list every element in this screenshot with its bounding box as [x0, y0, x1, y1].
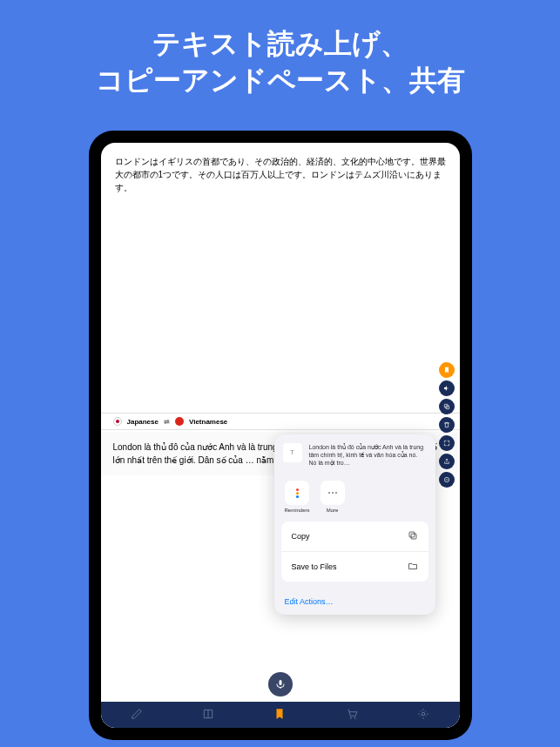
nav-settings[interactable] — [417, 708, 429, 723]
share-button[interactable] — [439, 454, 455, 469]
more-label: More — [327, 508, 339, 513]
copy-icon — [408, 530, 418, 542]
nav-book[interactable] — [202, 708, 214, 723]
copy-label: Copy — [292, 532, 310, 541]
tablet-frame: ロンドンはイギリスの首都であり、その政治的、経済的、文化的中心地です。世界最大の… — [89, 131, 472, 740]
share-app-more[interactable]: ⋯ More — [320, 481, 345, 513]
delete-button[interactable] — [439, 417, 455, 433]
share-sheet: T London là thủ đô của nước Anh và là tr… — [274, 434, 435, 615]
copy-action[interactable]: Copy — [281, 522, 428, 552]
promo-title: テキスト読み上げ、 コピーアンドペースト、共有 — [0, 0, 560, 116]
nav-cart[interactable] — [346, 708, 358, 723]
share-app-reminders[interactable]: Reminders — [285, 481, 310, 513]
source-text-area[interactable]: ロンドンはイギリスの首都であり、その政治的、経済的、文化的中心地です。世界最大の… — [101, 143, 460, 206]
swap-icon[interactable]: ⇄ — [164, 418, 170, 426]
svg-rect-4 — [409, 532, 415, 537]
language-bar: Japanese ⇄ Vietnamese — [101, 413, 460, 430]
svg-point-6 — [354, 717, 355, 718]
target-lang-label[interactable]: Vietnamese — [189, 418, 227, 426]
share-header: T London là thủ đô của nước Anh và là tr… — [274, 434, 435, 475]
share-app-row: Reminders ⋯ More — [274, 475, 435, 522]
share-preview-text: London là thủ đô của nước Anh và là trun… — [309, 443, 427, 467]
share-preview-icon: T — [283, 443, 302, 462]
svg-point-7 — [422, 712, 426, 716]
reminders-label: Reminders — [285, 508, 310, 513]
speak-button[interactable] — [439, 380, 455, 396]
flag-japanese-icon — [113, 417, 122, 426]
source-lang-label[interactable]: Japanese — [127, 418, 159, 426]
flag-vietnamese-icon — [175, 417, 184, 426]
fullscreen-button[interactable] — [439, 435, 455, 451]
bookmark-button[interactable] — [439, 362, 455, 378]
bottom-nav — [101, 702, 460, 728]
svg-point-5 — [350, 717, 351, 718]
svg-rect-3 — [411, 534, 416, 539]
reminders-icon — [285, 481, 309, 505]
side-action-buttons — [439, 362, 455, 488]
save-files-action[interactable]: Save to Files — [281, 552, 428, 582]
save-files-label: Save to Files — [292, 562, 337, 571]
promo-line-2: コピーアンドペースト、共有 — [17, 63, 543, 99]
microphone-button[interactable] — [268, 672, 293, 697]
nav-compose[interactable] — [131, 708, 143, 723]
edit-actions-link[interactable]: Edit Actions… — [274, 589, 435, 615]
folder-icon — [408, 561, 418, 573]
nav-bookmark[interactable] — [273, 708, 286, 723]
tablet-screen: ロンドンはイギリスの首都であり、その政治的、経済的、文化的中心地です。世界最大の… — [101, 143, 460, 728]
more-icon: ⋯ — [320, 481, 345, 505]
minimize-button[interactable] — [439, 472, 455, 488]
promo-line-1: テキスト読み上げ、 — [17, 26, 543, 63]
share-actions-list: Copy Save to Files — [281, 522, 428, 582]
copy-button[interactable] — [439, 399, 455, 414]
